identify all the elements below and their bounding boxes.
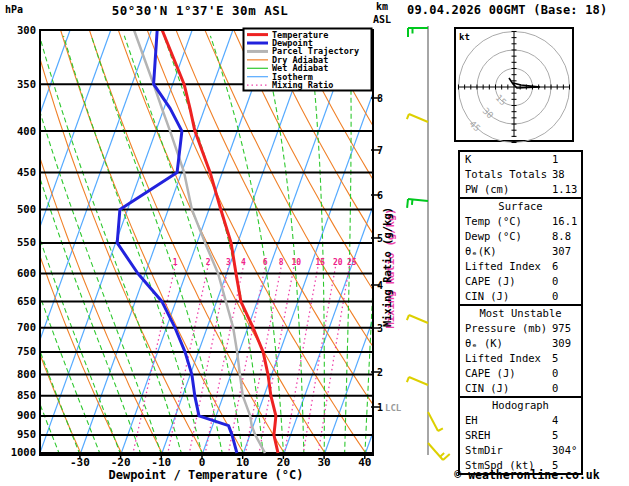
altitude-axis-unit-asl: ASL bbox=[373, 14, 391, 25]
table-row: CAPE (J)0 bbox=[460, 274, 581, 289]
credit-footer: © weatheronline.co.uk bbox=[438, 468, 616, 482]
table-row: Pressure (mb)975 bbox=[460, 321, 581, 336]
row-label: θₑ (K) bbox=[465, 337, 503, 349]
row-value: 4 bbox=[552, 413, 558, 428]
table-section-header: Surface bbox=[460, 199, 581, 214]
table-row: Lifted Index6 bbox=[460, 259, 581, 274]
km-tick-label: 1 bbox=[377, 402, 383, 413]
mixing-ratio-value-label: 3 bbox=[226, 258, 231, 267]
wet-adiabat-line bbox=[0, 36, 100, 455]
row-value: 8.8 bbox=[552, 229, 571, 244]
table-section: Most UnstablePressure (mb)975θₑ (K)309Li… bbox=[458, 304, 583, 398]
table-row: θₑ(K)307 bbox=[460, 244, 581, 259]
pressure-tick-label: 1000 bbox=[11, 446, 36, 458]
mixing-ratio-value-label: 15 bbox=[315, 258, 325, 267]
table-row: PW (cm)1.13 bbox=[460, 182, 581, 197]
row-label: Pressure (mb) bbox=[465, 322, 547, 334]
row-label: K bbox=[465, 153, 471, 165]
row-value: 0 bbox=[552, 274, 558, 289]
row-value: 0 bbox=[552, 381, 558, 396]
row-value: 5 bbox=[552, 428, 558, 443]
row-value: 304° bbox=[552, 443, 577, 458]
run-datetime-title: 09.04.2026 00GMT (Base: 18) bbox=[407, 3, 607, 17]
mixing-ratio-value-label: 10 bbox=[292, 258, 302, 267]
table-section: K1Totals Totals38PW (cm)1.13 bbox=[458, 150, 583, 199]
hodograph-unit-label: kt bbox=[459, 32, 470, 42]
pressure-tick-label: 300 bbox=[17, 24, 36, 36]
curve-dewpoint bbox=[117, 30, 237, 453]
pressure-tick-label: 800 bbox=[17, 368, 36, 380]
row-value: 6 bbox=[552, 259, 558, 274]
hodograph: kt153045 bbox=[455, 28, 573, 143]
row-value: 16.1 bbox=[552, 214, 577, 229]
legend: TemperatureDewpointParcel TrajectoryDry … bbox=[244, 29, 372, 91]
pressure-tick-label: 650 bbox=[17, 295, 36, 307]
row-label: CAPE (J) bbox=[465, 275, 516, 287]
mixing-ratio-value-label: 4 bbox=[241, 258, 246, 267]
row-label: SREH bbox=[465, 429, 490, 441]
table-row: CIN (J)0 bbox=[460, 381, 581, 396]
row-label: StmDir bbox=[465, 444, 503, 456]
mixing-ratio-value-label: 20 bbox=[333, 258, 343, 267]
row-label: CAPE (J) bbox=[465, 367, 516, 379]
row-value: 1 bbox=[552, 152, 558, 167]
table-row: CAPE (J)0 bbox=[460, 366, 581, 381]
dry-adiabat-line bbox=[609, 30, 629, 455]
row-label: PW (cm) bbox=[465, 183, 509, 195]
pressure-tick-label: 900 bbox=[17, 409, 36, 421]
legend-label: Mixing Ratio bbox=[272, 80, 333, 90]
table-section-header: Hodograph bbox=[460, 398, 581, 413]
wind-barb bbox=[428, 443, 450, 460]
dry-adiabat-line bbox=[580, 30, 629, 455]
curve-parcel-trajectory bbox=[134, 30, 265, 453]
pressure-tick-label: 750 bbox=[17, 345, 36, 357]
row-label: Temp (°C) bbox=[465, 215, 522, 227]
table-row: θₑ (K)309 bbox=[460, 336, 581, 351]
row-value: 975 bbox=[552, 321, 571, 336]
table-row: StmDir304° bbox=[460, 443, 581, 458]
mixing-ratio-value-label: 1 bbox=[173, 258, 178, 267]
wind-barb bbox=[407, 315, 428, 323]
row-label: θₑ(K) bbox=[465, 245, 497, 257]
row-value: 5 bbox=[552, 351, 558, 366]
pressure-tick-label: 700 bbox=[17, 321, 36, 333]
row-label: Lifted Index bbox=[465, 260, 541, 272]
table-section: HodographEH4SREH5StmDir304°StmSpd (kt)5 bbox=[458, 396, 583, 475]
skewt-sounding-page: 1234681015202530035040045050055060065070… bbox=[0, 0, 629, 486]
row-label: Totals Totals bbox=[465, 168, 547, 180]
lcl-label: LCL bbox=[385, 403, 402, 413]
row-value: 0 bbox=[552, 366, 558, 381]
mixing-ratio-value-label: 6 bbox=[263, 258, 268, 267]
row-value: 307 bbox=[552, 244, 571, 259]
km-tick-label: 8 bbox=[377, 93, 383, 104]
table-row: SREH5 bbox=[460, 428, 581, 443]
station-title: 50°30'N 1°37'E 30m ASL bbox=[40, 3, 360, 18]
mixing-ratio-value-label: 25 bbox=[347, 258, 357, 267]
row-value: 0 bbox=[552, 289, 558, 304]
table-row: Totals Totals38 bbox=[460, 167, 581, 182]
wind-barb bbox=[428, 412, 443, 431]
table-row: EH4 bbox=[460, 413, 581, 428]
row-value: 1.13 bbox=[552, 182, 577, 197]
table-row: Lifted Index5 bbox=[460, 351, 581, 366]
table-row: K1 bbox=[460, 152, 581, 167]
wet-adiabat-line bbox=[210, 36, 283, 455]
row-value: 38 bbox=[552, 167, 565, 182]
pressure-tick-label: 600 bbox=[17, 267, 36, 279]
pressure-tick-label: 450 bbox=[17, 166, 36, 178]
row-value: 309 bbox=[552, 336, 571, 351]
mixing-ratio-value-label: 8 bbox=[279, 258, 284, 267]
km-tick-label: 7 bbox=[377, 145, 383, 156]
temperature-axis-label: Dewpoint / Temperature (°C) bbox=[75, 468, 337, 482]
pressure-axis-unit: hPa bbox=[5, 4, 23, 15]
wet-adiabat-line bbox=[261, 36, 304, 455]
wind-barb bbox=[408, 28, 428, 37]
altitude-axis-unit-km: km bbox=[376, 1, 388, 12]
pressure-tick-label: 950 bbox=[17, 428, 36, 440]
row-label: CIN (J) bbox=[465, 290, 509, 302]
mixing-ratio-axis-label: Mixing Ratio (g/kg) bbox=[381, 207, 393, 327]
mixing-ratio-value-label: 2 bbox=[206, 258, 211, 267]
pressure-tick-label: 500 bbox=[17, 203, 36, 215]
table-row: CIN (J)0 bbox=[460, 289, 581, 304]
pressure-tick-label: 850 bbox=[17, 389, 36, 401]
